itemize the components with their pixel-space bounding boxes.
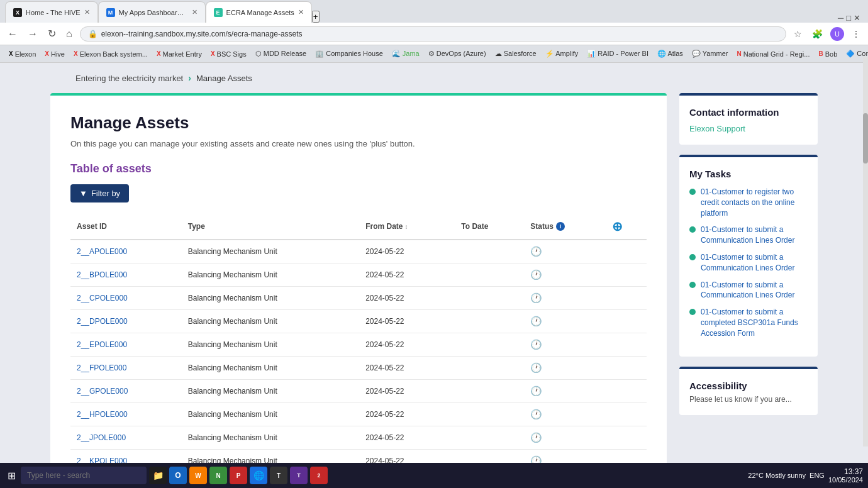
taskbar-icon-file-explorer[interactable]: 📁 bbox=[149, 467, 167, 484]
scrollbar-track[interactable] bbox=[863, 57, 868, 446]
asset-id-link[interactable]: 2__HPOLE000 bbox=[77, 410, 128, 419]
cell-type: Balancing Mechanism Unit bbox=[182, 403, 359, 426]
task-link[interactable]: 01-Customer to submit a Communication Li… bbox=[701, 225, 808, 246]
bookmark-hive[interactable]: X Hive bbox=[41, 49, 69, 59]
asset-id-link[interactable]: 2__JPOLE000 bbox=[77, 433, 126, 442]
asset-id-link[interactable]: 2__EPOLE000 bbox=[77, 340, 127, 349]
cell-action bbox=[606, 333, 647, 357]
minimize-button[interactable]: ─ bbox=[838, 13, 843, 23]
status-info-icon[interactable]: i bbox=[556, 222, 565, 231]
bookmark-amplify[interactable]: ⚡ Amplify bbox=[542, 48, 582, 59]
breadcrumb: Entering the electricity market › Manage… bbox=[0, 63, 868, 93]
task-item: 01-Customer to submit a Communication Li… bbox=[689, 280, 808, 301]
menu-button[interactable]: ⋮ bbox=[849, 28, 863, 40]
col-type: Type bbox=[182, 214, 359, 240]
new-tab-button[interactable]: + bbox=[312, 11, 320, 23]
cell-to-date bbox=[455, 357, 524, 380]
taskbar-weather: 22°C Mostly sunny bbox=[748, 472, 806, 479]
table-row: 2__DPOLE000 Balancing Mechanism Unit 202… bbox=[70, 310, 647, 333]
taskbar-icon-notepad[interactable]: N bbox=[209, 467, 227, 484]
back-button[interactable]: ← bbox=[5, 27, 20, 41]
url-bar[interactable]: 🔒 elexon--training.sandbox.my.site.com/s… bbox=[80, 26, 786, 42]
asset-id-link[interactable]: 2__GPOLE000 bbox=[77, 387, 128, 396]
accessibility-text: Please let us know if you are... bbox=[689, 395, 808, 404]
tab3-close[interactable]: ✕ bbox=[298, 8, 304, 16]
cell-type: Balancing Mechanism Unit bbox=[182, 426, 359, 450]
cell-status: 🕐 bbox=[524, 310, 606, 333]
cell-to-date bbox=[455, 240, 524, 263]
bookmark-button[interactable]: ☆ bbox=[791, 28, 804, 40]
asset-id-link[interactable]: 2__APOLE000 bbox=[77, 247, 127, 256]
filter-button[interactable]: ▼ Filter by bbox=[70, 184, 129, 202]
task-link[interactable]: 01-Customer to submit a completed BSCP30… bbox=[701, 307, 808, 338]
browser-tab-1[interactable]: X Home - The HIVE ✕ bbox=[5, 1, 98, 23]
bookmark-atlas[interactable]: 🌐 Atlas bbox=[654, 48, 687, 59]
elexon-support-link[interactable]: Elexon Support bbox=[689, 124, 745, 133]
home-button[interactable]: ⌂ bbox=[64, 27, 75, 41]
bookmarks-bar: X Elexon X Hive X Elexon Back system... … bbox=[0, 45, 868, 63]
bookmark-yammer[interactable]: 💬 Yammer bbox=[688, 48, 732, 59]
taskbar-icon-outlook[interactable]: O bbox=[169, 467, 187, 484]
bookmark-bob[interactable]: B Bob bbox=[815, 49, 841, 59]
cell-status: 🕐 bbox=[524, 240, 606, 263]
taskbar-icon-teams2[interactable]: T bbox=[290, 467, 308, 484]
scrollbar-thumb[interactable] bbox=[863, 113, 868, 164]
status-clock-icon: 🕐 bbox=[530, 292, 542, 303]
status-clock-icon: 🕐 bbox=[530, 362, 542, 373]
bookmark-market[interactable]: X Market Entry bbox=[153, 49, 206, 59]
bookmark-raid[interactable]: 📊 RAID - Power BI bbox=[583, 48, 652, 59]
cell-status: 🕐 bbox=[524, 263, 606, 287]
bookmark-salesforce[interactable]: ☁ Salesforce bbox=[491, 48, 540, 59]
close-window-button[interactable]: ✕ bbox=[854, 13, 860, 23]
cell-to-date bbox=[455, 403, 524, 426]
cell-action bbox=[606, 263, 647, 287]
cell-asset-id: 2__APOLE000 bbox=[70, 240, 182, 263]
asset-id-link[interactable]: 2__CPOLE000 bbox=[77, 294, 128, 302]
cell-type: Balancing Mechanism Unit bbox=[182, 287, 359, 310]
cell-status: 🕐 bbox=[524, 357, 606, 380]
bookmark-devops[interactable]: ⚙ DevOps (Azure) bbox=[425, 48, 490, 59]
task-link[interactable]: 01-Customer to submit a Communication Li… bbox=[701, 280, 808, 301]
taskbar-search-input[interactable] bbox=[21, 467, 147, 484]
browser-tab-2[interactable]: M My Apps Dashboard | Elexon Li... ✕ bbox=[98, 1, 206, 23]
browser-tab-3[interactable]: E ECRA Manage Assets ✕ bbox=[206, 1, 312, 23]
reload-button[interactable]: ↻ bbox=[45, 26, 58, 41]
bookmark-companies[interactable]: 🏢 Companies House bbox=[311, 48, 387, 59]
taskbar-icon-badge[interactable]: 2 bbox=[310, 467, 328, 484]
bookmark-jama[interactable]: 🌊 Jama bbox=[388, 48, 423, 59]
asset-id-link[interactable]: 2__DPOLE000 bbox=[77, 317, 128, 326]
status-clock-icon: 🕐 bbox=[530, 269, 542, 280]
taskbar-icon-chrome[interactable]: 🌐 bbox=[250, 467, 267, 484]
taskbar: ⊞ 📁 O W N P 🌐 T T 2 22°C Mostly sunny EN… bbox=[0, 463, 868, 488]
breadcrumb-current: Manage Assets bbox=[196, 74, 252, 83]
taskbar-icon-powerpoint[interactable]: P bbox=[230, 467, 247, 484]
breadcrumb-parent-link[interactable]: Entering the electricity market bbox=[75, 74, 183, 83]
maximize-button[interactable]: □ bbox=[846, 13, 851, 23]
cell-action bbox=[606, 287, 647, 310]
taskbar-icon-word[interactable]: W bbox=[189, 467, 207, 484]
task-link[interactable]: 01-Customer to submit a Communication Li… bbox=[701, 252, 808, 274]
bookmark-mdd[interactable]: ⬡ MDD Release bbox=[252, 48, 311, 59]
cell-from-date: 2024-05-22 bbox=[359, 240, 455, 263]
tab2-close[interactable]: ✕ bbox=[192, 8, 198, 16]
asset-id-link[interactable]: 2__FPOLE000 bbox=[77, 363, 126, 372]
bookmark-national[interactable]: N National Grid - Regi... bbox=[733, 49, 813, 59]
bookmark-bsc[interactable]: X BSC Sigs bbox=[207, 49, 250, 59]
user-button[interactable]: U bbox=[830, 27, 844, 41]
extensions-button[interactable]: 🧩 bbox=[810, 28, 825, 40]
start-button[interactable]: ⊞ bbox=[5, 467, 18, 484]
bookmark-back[interactable]: X Elexon Back system... bbox=[70, 49, 152, 59]
asset-id-link[interactable]: 2__BPOLE000 bbox=[77, 270, 127, 279]
task-link[interactable]: 01-Customer to register two credit conta… bbox=[701, 187, 808, 218]
forward-button[interactable]: → bbox=[25, 27, 40, 41]
bookmark-elexon[interactable]: X Elexon bbox=[5, 49, 40, 59]
assets-table: Asset ID Type From Date ↕ bbox=[70, 214, 647, 473]
taskbar-icon-teams[interactable]: T bbox=[270, 467, 287, 484]
tab1-close[interactable]: ✕ bbox=[84, 8, 90, 16]
add-asset-icon[interactable]: ⊕ bbox=[612, 219, 623, 233]
cell-to-date bbox=[455, 333, 524, 357]
cell-action bbox=[606, 403, 647, 426]
col-from-date[interactable]: From Date ↕ bbox=[359, 214, 455, 240]
cell-to-date bbox=[455, 380, 524, 403]
main-content-panel: Manage Assets On this page you can manag… bbox=[50, 93, 667, 488]
